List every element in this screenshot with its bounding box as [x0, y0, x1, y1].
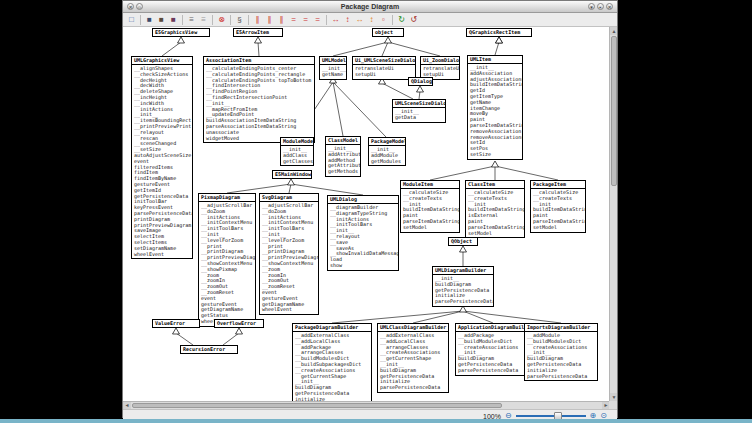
- class-member: parsePersistenceData: [525, 374, 597, 380]
- align-right-button[interactable]: ∥: [276, 14, 287, 25]
- uml-class-box-ui-umlscenesizedialog[interactable]: Ui_UMLSceneSizeDialogretranslateUisetupU…: [352, 56, 416, 80]
- uml-class-box-object[interactable]: object: [372, 28, 404, 37]
- minimize-button[interactable]: ▾: [588, 3, 595, 10]
- class-member-list: __adjustScrollBar__doZoom__initActions__…: [199, 202, 255, 326]
- class-member-list: __adjustScrollBar__doZoom__initActions__…: [260, 202, 318, 314]
- class-member-list: __init__addAssociationadjustAssociations…: [468, 64, 522, 159]
- save-button[interactable]: ■: [144, 14, 155, 25]
- window-menu-button[interactable]: ✕: [127, 3, 134, 10]
- class-title: ApplicationDiagramBuilder: [456, 324, 530, 332]
- grow-width-button[interactable]: ↔: [330, 14, 341, 25]
- class-title: UMLItem: [468, 56, 522, 64]
- align-top-button[interactable]: =: [288, 14, 299, 25]
- zoom-slider-track: [516, 415, 586, 417]
- class-member-list: __init__getData: [393, 108, 445, 122]
- uml-class-box-umlclassdiagrambuilder[interactable]: UMLClassDiagramBuilder__addExternalClass…: [377, 323, 449, 393]
- save-as-button[interactable]: ■: [156, 14, 167, 25]
- class-title: QObject: [449, 238, 477, 245]
- class-member: show: [328, 263, 398, 269]
- close-button[interactable]: □: [126, 14, 137, 25]
- uml-class-box-umldiagrambuilder[interactable]: UMLDiagramBuilder__init__buildDiagramget…: [432, 266, 494, 307]
- class-member-list: __init__getName: [320, 65, 346, 79]
- class-member-list: __calculateEndingPoints_center__calculat…: [204, 65, 314, 142]
- class-member-list: __calculateSize__createTexts__init__buil…: [531, 189, 585, 232]
- title-bar[interactable]: ✕ ○ Package Diagram ▾ ▪ ✕: [123, 1, 617, 13]
- class-title: ClassItem: [466, 181, 524, 189]
- class-member-list: __calculateSize__createTexts__init__buil…: [466, 189, 524, 237]
- align-vcenter-button[interactable]: =: [300, 14, 311, 25]
- class-member: parsePersistenceData: [378, 385, 448, 391]
- delete-shape-button[interactable]: ⊗: [216, 14, 227, 25]
- vertical-scrollbar[interactable]: ▲ ▼: [609, 27, 617, 401]
- class-title: E5ArrowItem: [234, 29, 282, 36]
- toolbar-separator: [212, 15, 213, 25]
- uml-class-box-recursionerror[interactable]: RecursionError: [180, 345, 238, 354]
- class-title: UMLSceneSizeDialog: [393, 100, 445, 108]
- class-title: UMLGraphicsView: [132, 57, 192, 65]
- class-member: setModel: [401, 225, 459, 231]
- uml-class-box-importsdiagrambuilder[interactable]: ImportsDiagramBuilder__addModule__buildM…: [524, 323, 598, 381]
- uml-class-box-qdialog[interactable]: QDialog: [408, 77, 433, 86]
- toolbar-separator: [140, 15, 141, 25]
- uml-class-box-packagemodel[interactable]: PackageModel__init__addModulegetModules: [368, 137, 406, 166]
- class-member: setSize: [468, 152, 522, 158]
- maximize-button[interactable]: ▪: [597, 3, 604, 10]
- align-left-button[interactable]: ∥: [252, 14, 263, 25]
- uml-class-box-moduleitem[interactable]: ModuleItem__calculateSize__createTexts__…: [400, 180, 460, 233]
- uml-class-box-umlgraphicsview[interactable]: UMLGraphicsView__alignShapes__checkSizeA…: [131, 56, 193, 259]
- uml-class-box-e5graphicsview[interactable]: E5GraphicsView: [152, 28, 210, 37]
- diagram-canvas[interactable]: E5GraphicsViewE5ArrowItemobjectQGraphics…: [123, 27, 610, 401]
- align-hcenter-button[interactable]: ∥: [264, 14, 275, 25]
- class-title: ModuleItem: [401, 181, 459, 189]
- save-image-button[interactable]: ■: [168, 14, 179, 25]
- uml-class-box-modulemodel[interactable]: ModuleModel__init__addClassgetClasses: [280, 137, 314, 166]
- uml-class-box-umlscenesizedialog[interactable]: UMLSceneSizeDialog__init__getData: [392, 99, 446, 123]
- class-title: ImportsDiagramBuilder: [525, 324, 597, 332]
- uml-class-box-umldialog[interactable]: UMLDialog__diagramBuilder__diagramTypeSt…: [327, 195, 399, 271]
- uml-class-box-overflowerror[interactable]: OverflowError: [214, 319, 264, 328]
- uml-class-box-qobject[interactable]: QObject: [448, 237, 478, 246]
- class-member-list: retranslateUisetupUi: [353, 65, 415, 79]
- uml-class-box-packageitem[interactable]: PackageItem__calculateSize__createTexts_…: [530, 180, 586, 233]
- uml-class-box-qgraphicsrectitem[interactable]: QGraphicsRectItem: [466, 28, 532, 37]
- uml-class-box-packagediagrambuilder[interactable]: PackageDiagramBuilder__addExternalClass_…: [292, 323, 372, 410]
- uml-class-box-e5mainwindow[interactable]: E5MainWindow: [272, 170, 312, 179]
- re-scan-button[interactable]: ↺: [408, 14, 419, 25]
- class-title: ValueError: [153, 320, 199, 327]
- class-member: getClasses: [281, 159, 313, 165]
- vscroll-thumb[interactable]: [611, 36, 617, 186]
- uml-class-box-umlitem[interactable]: UMLItem__init__addAssociationadjustAssoc…: [467, 55, 523, 160]
- hscroll-thumb[interactable]: [132, 403, 502, 408]
- re-layout-button[interactable]: ↻: [396, 14, 407, 25]
- window-shade-button[interactable]: ○: [136, 3, 143, 10]
- class-member-list: __init__buildDiagramgetPersistenceDatain…: [433, 275, 493, 306]
- uml-class-box-pixmapdiagram[interactable]: PixmapDiagram__adjustScrollBar__doZoom__…: [198, 193, 256, 327]
- grow-height-button[interactable]: ↕: [342, 14, 353, 25]
- uml-class-box-classitem[interactable]: ClassItem__calculateSize__createTexts__i…: [465, 180, 525, 238]
- class-title: QDialog: [409, 78, 432, 85]
- print-preview-button[interactable]: ≡: [198, 14, 209, 25]
- class-title: UMLDiagramBuilder: [433, 267, 493, 275]
- uml-class-box-classmodel[interactable]: ClassModel__init__addAttributeaddMethodg…: [325, 136, 361, 177]
- shrink-width-button[interactable]: ↔: [354, 14, 365, 25]
- close-button[interactable]: ✕: [606, 3, 613, 10]
- align-bottom-button[interactable]: =: [312, 14, 323, 25]
- window-title: Package Diagram: [123, 1, 617, 12]
- shrink-height-button[interactable]: ↕: [366, 14, 377, 25]
- scroll-left-button[interactable]: ◄: [123, 402, 131, 410]
- reset-size-button[interactable]: ▫: [378, 14, 389, 25]
- diagram-viewport: E5GraphicsViewE5ArrowItemobjectQGraphics…: [123, 27, 617, 410]
- scroll-up-button[interactable]: ▲: [610, 27, 617, 35]
- horizontal-scrollbar[interactable]: ◄ ►: [123, 401, 610, 409]
- uml-class-box-e5arrowitem[interactable]: E5ArrowItem: [233, 28, 283, 37]
- class-title: ModuleModel: [281, 138, 313, 146]
- uml-class-box-umlmodel[interactable]: UMLModel__init__getName: [319, 56, 347, 80]
- uml-class-box-associationitem[interactable]: AssociationItem__calculateEndingPoints_c…: [203, 56, 315, 143]
- print-button[interactable]: ≡: [186, 14, 197, 25]
- scroll-down-button[interactable]: ▼: [610, 393, 617, 401]
- uml-class-box-svgdiagram[interactable]: SvgDiagram__adjustScrollBar__doZoom__ini…: [259, 193, 319, 315]
- uml-class-box-valueerror[interactable]: ValueError: [152, 319, 200, 328]
- class-title: Ui_UMLSceneSizeDialog: [353, 57, 415, 65]
- add-association-button[interactable]: §: [234, 14, 245, 25]
- uml-class-box-applicationdiagrambuilder[interactable]: ApplicationDiagramBuilder__addPackage__b…: [455, 323, 531, 376]
